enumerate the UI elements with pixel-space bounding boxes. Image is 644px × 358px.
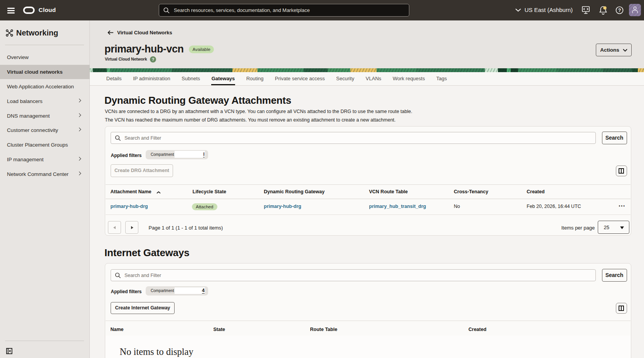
svg-text:?: ? — [618, 8, 621, 13]
